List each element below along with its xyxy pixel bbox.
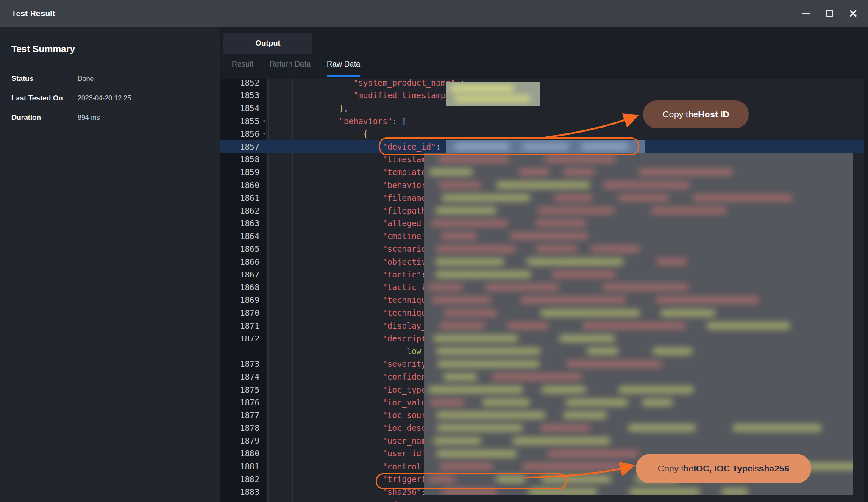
host-id-arrow [538, 108, 644, 142]
code-text: "md5": " [266, 498, 865, 502]
code-row[interactable]: 1853 "modified_timestamp": [220, 89, 865, 102]
test-summary-panel: Test Summary StatusDoneLast Tested On202… [0, 27, 220, 502]
redacted-json-values [424, 153, 853, 495]
summary-row: Duration894 ms [11, 114, 211, 126]
output-subtabs: ResultReturn DataRaw Data [232, 60, 360, 77]
line-number: 1864 [220, 230, 266, 242]
subtab-return-data[interactable]: Return Data [270, 60, 311, 77]
test-result-window: Test Result ✕ Test Summary StatusDoneLas… [0, 0, 868, 502]
close-icon[interactable]: ✕ [849, 9, 858, 18]
line-number: 1867 [220, 268, 266, 281]
ioc-arrow [519, 460, 638, 481]
line-number: 1866 [220, 255, 266, 268]
callout-text: Copy the [662, 109, 698, 119]
line-number: 1868 [220, 281, 266, 294]
window-title: Test Result [11, 9, 55, 18]
fold-caret-icon[interactable]: ▾ [263, 115, 266, 128]
line-number: 1870 [220, 306, 266, 319]
scrollbar-track[interactable] [864, 79, 868, 502]
line-number: 1874 [220, 370, 266, 383]
line-number: 1882 [220, 473, 266, 485]
line-number: 1884 [220, 498, 266, 502]
code-row[interactable]: 1884 "md5": " [220, 498, 865, 502]
line-number: 1856▾ [220, 128, 266, 140]
line-number: 1879 [220, 434, 266, 447]
line-number: 1855▾ [220, 115, 266, 128]
callout-text: is [753, 463, 759, 474]
line-number: 1863 [220, 217, 266, 230]
line-number: 1883 [220, 485, 266, 498]
code-text: "system_product_name" : [266, 79, 865, 89]
minimize-icon[interactable] [801, 9, 810, 18]
line-number: 1854 [220, 102, 266, 114]
line-number: 1881 [220, 460, 266, 473]
code-row[interactable]: 1852 "system_product_name" : [220, 79, 865, 89]
line-number: 1853 [220, 89, 266, 102]
code-text: "modified_timestamp": [266, 89, 865, 102]
line-number: 1871 [220, 319, 266, 332]
line-number: 1852 [220, 79, 266, 89]
titlebar: Test Result ✕ [0, 0, 868, 27]
summary-row: StatusDone [11, 75, 211, 87]
summary-row: Last Tested On2023-04-20 12:25 [11, 94, 211, 107]
subtab-raw-data[interactable]: Raw Data [327, 60, 360, 77]
line-number: 1858 [220, 153, 266, 166]
redacted-timestamp-value [446, 82, 540, 106]
summary-label: Status [11, 75, 33, 83]
summary-value: 2023-04-20 12:25 [78, 94, 131, 102]
summary-value: 894 ms [78, 114, 100, 122]
summary-value: Done [78, 75, 94, 83]
line-number: 1877 [220, 409, 266, 422]
line-number [220, 345, 266, 358]
line-number: 1873 [220, 358, 266, 370]
line-number: 1869 [220, 294, 266, 306]
subtab-result[interactable]: Result [232, 60, 253, 77]
copy-host-id-callout[interactable]: Copy the Host ID [643, 100, 749, 128]
line-number: 1859 [220, 166, 266, 178]
line-number: 1862 [220, 204, 266, 217]
callout-emphasis: sha256 [759, 463, 789, 474]
callout-text: Copy the [658, 463, 693, 474]
line-number: 1860 [220, 179, 266, 191]
line-number: 1875 [220, 383, 266, 396]
line-number: 1878 [220, 422, 266, 434]
copy-ioc-callout[interactable]: Copy the IOC, IOC Type is sha256 [636, 454, 811, 483]
line-number: 1857 [220, 140, 266, 153]
summary-title: Test Summary [11, 44, 75, 55]
line-number: 1872 [220, 332, 266, 345]
summary-label: Duration [11, 114, 41, 122]
fold-caret-icon[interactable]: ▾ [263, 128, 266, 140]
callout-emphasis: IOC, IOC Type [693, 463, 753, 474]
window-controls: ✕ [801, 0, 858, 27]
line-number: 1861 [220, 191, 266, 204]
maximize-icon[interactable] [825, 9, 834, 18]
line-number: 1865 [220, 242, 266, 255]
summary-label: Last Tested On [11, 94, 63, 103]
callout-emphasis: Host ID [698, 109, 729, 119]
line-number: 1876 [220, 396, 266, 409]
tab-output[interactable]: Output [223, 33, 312, 54]
line-number: 1880 [220, 447, 266, 460]
